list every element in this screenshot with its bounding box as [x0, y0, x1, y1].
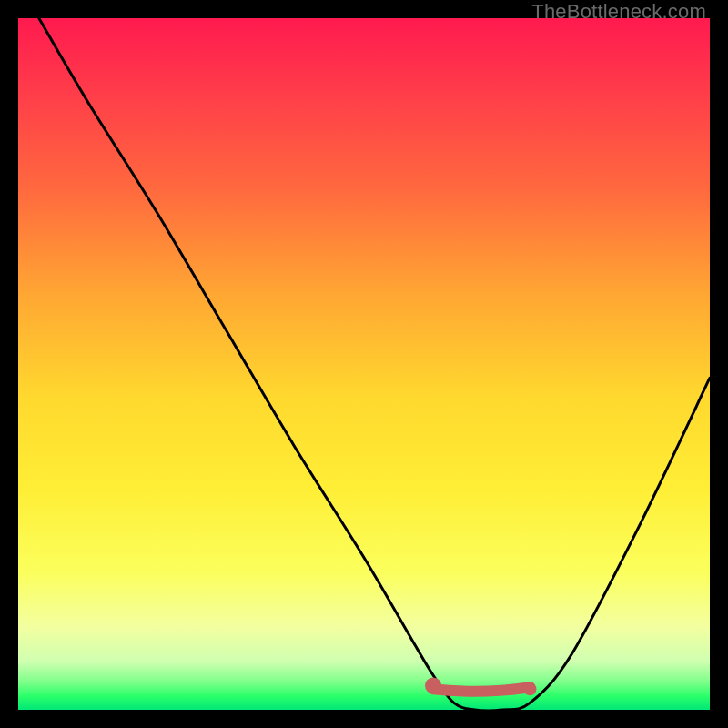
valley-marker-end [523, 682, 536, 695]
valley-marker-start [425, 677, 441, 693]
bottleneck-curve-svg [18, 18, 710, 710]
valley-highlight [433, 687, 530, 692]
bottleneck-curve [39, 18, 710, 711]
